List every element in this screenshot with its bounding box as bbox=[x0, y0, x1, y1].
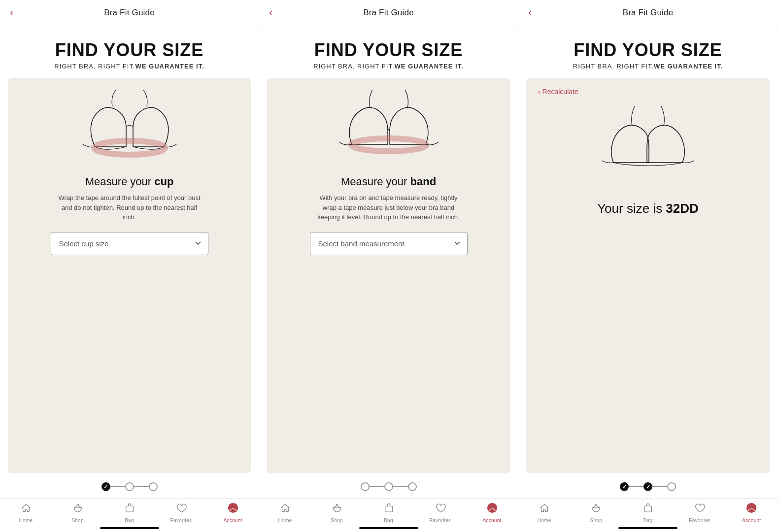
home-icon-band bbox=[280, 502, 291, 516]
nav-favorites-band[interactable]: Favorites bbox=[426, 502, 455, 523]
nav-bag-result[interactable]: Bag bbox=[633, 502, 663, 523]
bottom-nav-band: Home Shop Bag Favorites Account bbox=[259, 498, 518, 525]
band-measurement-dropdown[interactable]: Select band measurement 26 28 30 32 34 3… bbox=[310, 232, 468, 255]
nav-account-band[interactable]: Account bbox=[477, 502, 507, 523]
hero-title-band: FIND YOUR SIZE bbox=[269, 40, 508, 61]
nav-shop-band[interactable]: Shop bbox=[322, 502, 352, 523]
nav-shop-result[interactable]: Shop bbox=[581, 502, 611, 523]
nav-account-label-band: Account bbox=[482, 518, 501, 523]
card-cup: Measure your cup Wrap the tape around th… bbox=[8, 78, 251, 473]
header-cup: ‹ Bra Fit Guide bbox=[0, 0, 259, 26]
svg-rect-5 bbox=[385, 506, 392, 512]
nav-account-cup[interactable]: Account bbox=[218, 502, 248, 523]
back-button-band[interactable]: ‹ bbox=[269, 6, 272, 19]
bottom-bar-band bbox=[359, 527, 418, 529]
nav-home-label-band: Home bbox=[278, 518, 292, 523]
account-icon-band bbox=[487, 502, 498, 516]
hero-title-result: FIND YOUR SIZE bbox=[528, 40, 768, 61]
nav-shop-label-result: Shop bbox=[590, 518, 603, 523]
nav-account-label-cup: Account bbox=[223, 518, 242, 523]
hanger-icon-band bbox=[332, 502, 342, 516]
card-band: Measure your band With your bra on and t… bbox=[267, 78, 510, 473]
svg-point-3 bbox=[231, 505, 234, 508]
recalculate-button[interactable]: ‹ Recalculate bbox=[538, 88, 578, 96]
account-icon-cup bbox=[228, 502, 238, 516]
step-dot-3 bbox=[149, 482, 158, 491]
svg-point-7 bbox=[490, 505, 493, 508]
panel-result: ‹ Bra Fit Guide FIND YOUR SIZE RIGHT BRA… bbox=[518, 0, 778, 532]
step-dots-cup bbox=[0, 473, 259, 498]
nav-favorites-label-band: Favorites bbox=[430, 518, 451, 523]
nav-favorites-label-cup: Favorites bbox=[170, 518, 192, 523]
nav-shop-label-band: Shop bbox=[331, 518, 343, 523]
hero-subtitle-band: RIGHT BRA. RIGHT FIT.WE GUARANTEE IT. bbox=[269, 63, 508, 70]
nav-favorites-result[interactable]: Favorites bbox=[685, 502, 714, 523]
nav-account-result[interactable]: Account bbox=[737, 502, 766, 523]
nav-home-label-result: Home bbox=[538, 518, 551, 523]
hero-band: FIND YOUR SIZE RIGHT BRA. RIGHT FIT.WE G… bbox=[259, 26, 518, 78]
step-dots-band bbox=[259, 473, 518, 498]
back-button-result[interactable]: ‹ bbox=[528, 6, 532, 19]
nav-favorites-label-result: Favorites bbox=[689, 518, 710, 523]
header-title-result: Bra Fit Guide bbox=[623, 8, 674, 18]
measure-desc-cup: Wrap the tape around the fullest point o… bbox=[56, 193, 203, 222]
bra-illustration-result bbox=[538, 103, 758, 182]
hero-title-cup: FIND YOUR SIZE bbox=[10, 40, 249, 61]
heart-icon-result bbox=[694, 502, 705, 516]
hanger-icon-result bbox=[591, 502, 602, 516]
nav-home-result[interactable]: Home bbox=[530, 502, 559, 523]
step-dot-band-3 bbox=[408, 482, 417, 491]
nav-home-cup[interactable]: Home bbox=[11, 502, 41, 523]
bag-icon bbox=[124, 502, 135, 516]
header-title-cup: Bra Fit Guide bbox=[104, 8, 155, 18]
nav-home-label-cup: Home bbox=[19, 518, 33, 523]
hero-subtitle-result: RIGHT BRA. RIGHT FIT.WE GUARANTEE IT. bbox=[528, 63, 768, 70]
step-dots-result bbox=[518, 473, 778, 498]
step-dot-band-2 bbox=[384, 482, 393, 491]
hero-result: FIND YOUR SIZE RIGHT BRA. RIGHT FIT.WE G… bbox=[518, 26, 778, 78]
step-dot-result-1 bbox=[620, 482, 629, 491]
home-icon-result bbox=[539, 502, 550, 516]
header-result: ‹ Bra Fit Guide bbox=[518, 0, 778, 26]
nav-bag-label-result: Bag bbox=[643, 518, 653, 523]
bra-illustration-cup bbox=[20, 88, 239, 166]
header-band: ‹ Bra Fit Guide bbox=[259, 0, 518, 26]
bottom-bar-cup bbox=[100, 527, 159, 529]
step-line-band-2 bbox=[393, 486, 408, 487]
nav-favorites-cup[interactable]: Favorites bbox=[167, 502, 196, 523]
bag-icon-band bbox=[383, 502, 394, 516]
step-dot-1 bbox=[101, 482, 110, 491]
step-line-2 bbox=[134, 486, 149, 487]
measure-heading-cup: Measure your cup bbox=[85, 175, 174, 188]
heart-icon-band bbox=[435, 502, 446, 516]
nav-shop-label-cup: Shop bbox=[71, 518, 84, 523]
hanger-icon bbox=[72, 502, 83, 516]
step-line-result-2 bbox=[652, 486, 667, 487]
nav-home-band[interactable]: Home bbox=[271, 502, 300, 523]
svg-rect-8 bbox=[644, 506, 652, 512]
panel-cup: ‹ Bra Fit Guide FIND YOUR SIZE RIGHT BRA… bbox=[0, 0, 259, 532]
back-button-cup[interactable]: ‹ bbox=[10, 6, 13, 19]
bottom-nav-cup: Home Shop Bag Favorites Account bbox=[0, 498, 259, 525]
nav-shop-cup[interactable]: Shop bbox=[63, 502, 93, 523]
measure-desc-band: With your bra on and tape measure ready,… bbox=[315, 193, 463, 222]
bottom-bar-result bbox=[618, 527, 677, 529]
step-line-band-1 bbox=[370, 486, 384, 487]
panel-band: ‹ Bra Fit Guide FIND YOUR SIZE RIGHT BRA… bbox=[259, 0, 518, 532]
account-icon-result bbox=[746, 502, 757, 516]
step-line-1 bbox=[110, 486, 125, 487]
step-dot-band-1 bbox=[361, 482, 370, 491]
nav-bag-label-cup: Bag bbox=[125, 518, 134, 523]
home-icon bbox=[21, 502, 32, 516]
nav-bag-label-band: Bag bbox=[384, 518, 393, 523]
cup-size-dropdown[interactable]: Select cup size AA A B C D DD/E DDD/F G … bbox=[51, 232, 208, 255]
cup-dropdown-wrap: Select cup size AA A B C D DD/E DDD/F G … bbox=[51, 232, 208, 255]
svg-point-4 bbox=[351, 138, 426, 151]
bag-icon-result bbox=[643, 502, 653, 516]
step-dot-result-3 bbox=[667, 482, 676, 491]
nav-bag-cup[interactable]: Bag bbox=[115, 502, 144, 523]
nav-bag-band[interactable]: Bag bbox=[374, 502, 404, 523]
bottom-nav-result: Home Shop Bag Favorites Account bbox=[518, 498, 778, 525]
band-dropdown-wrap: Select band measurement 26 28 30 32 34 3… bbox=[310, 232, 468, 255]
bra-illustration-band bbox=[279, 88, 498, 166]
